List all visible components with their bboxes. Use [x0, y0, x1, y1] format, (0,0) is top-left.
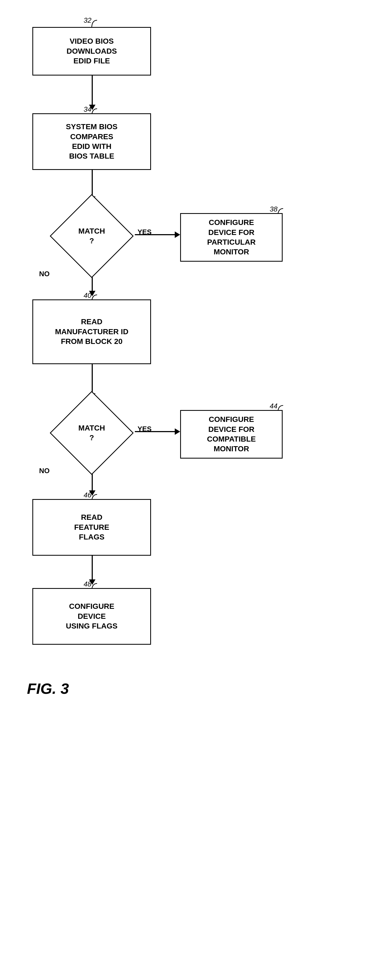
box-46: READ FEATURE FLAGS: [32, 499, 151, 556]
svg-marker-11: [175, 428, 180, 435]
box-44: CONFIGURE DEVICE FOR COMPATIBLE MONITOR: [180, 410, 283, 458]
svg-marker-5: [175, 231, 180, 238]
no-label-2: NO: [39, 467, 49, 475]
box-48: CONFIGURE DEVICE USING FLAGS: [32, 588, 151, 645]
diamond-36-wrapper: MATCH?: [32, 204, 151, 269]
diamond-42-wrapper: MATCH?: [32, 401, 151, 465]
diamond-42-text: MATCH?: [78, 423, 105, 443]
box-32: VIDEO BIOS DOWNLOADS EDID FILE: [32, 27, 151, 76]
diagram-container: 32 VIDEO BIOS DOWNLOADS EDID FILE 34 SYS…: [0, 0, 370, 980]
yes-label-2: YES: [138, 425, 152, 433]
no-label-1: NO: [39, 270, 49, 278]
box-38: CONFIGURE DEVICE FOR PARTICULAR MONITOR: [180, 213, 283, 262]
box-40: READ MANUFACTURER ID FROM BLOCK 20: [32, 299, 151, 364]
diamond-36-text: MATCH?: [78, 226, 105, 246]
figure-label: FIG. 3: [27, 680, 69, 697]
box-34: SYSTEM BIOS COMPARES EDID WITH BIOS TABL…: [32, 113, 151, 170]
yes-label-1: YES: [138, 228, 152, 236]
